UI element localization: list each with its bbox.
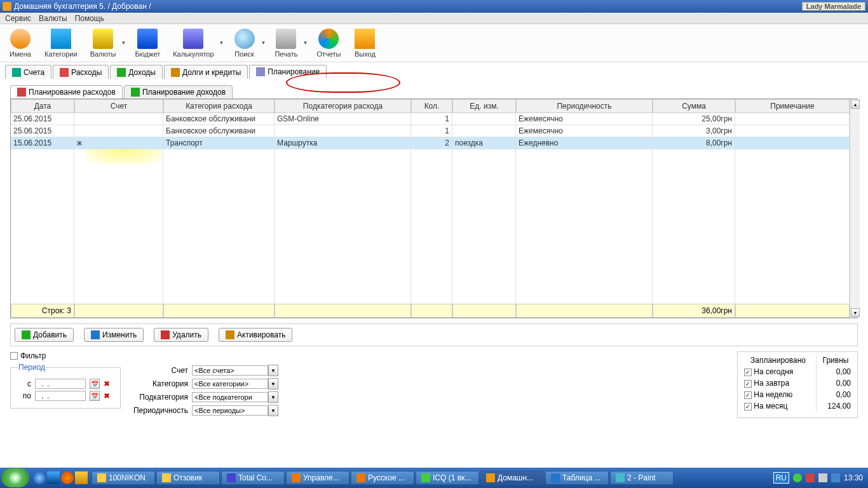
delete-button[interactable]: Удалить [154,328,208,342]
categories-button[interactable]: Категории [41,27,81,59]
filter-area: Фильтр Период с 📅 ✖ по 📅 ✖ Счет▼ [10,351,858,418]
chevron-down-icon[interactable]: ▼ [268,391,278,403]
table-row[interactable]: 25.06.2015Банковское обслуживани1Ежемеся… [11,125,850,137]
scroll-up-icon[interactable]: ▴ [851,100,860,109]
menu-Валюты[interactable]: Валюты [39,14,67,23]
col-header[interactable]: Кол. [411,99,452,113]
menu-Помощь[interactable]: Помощь [75,14,104,23]
tab-label: Доходы [128,68,156,77]
summary-row: ✓ На неделю0,00 [740,389,855,400]
cell: 3,00грн [653,125,735,137]
cell: Банковское обслуживани [163,113,275,125]
summary-checkbox[interactable]: ✓ [744,380,752,388]
calendar-icon[interactable]: 📅 [90,379,100,389]
col-header[interactable]: Периодичность [516,99,653,113]
print-icon [276,29,296,49]
summary-value: 0,00 [817,366,855,377]
exit-button[interactable]: Выход [349,27,380,59]
col-header[interactable]: Дата [11,99,74,113]
chevron-down-icon[interactable]: ▼ [268,378,278,390]
table-row[interactable]: 15.06.2015жТранспортМаршрутка2поездкаЕже… [11,137,850,149]
activate-icon [226,330,234,339]
chevron-down-icon[interactable]: ▼ [219,40,224,46]
search-button[interactable]: Поиск [229,27,260,59]
search-icon [234,29,255,49]
print-button[interactable]: Печать [271,27,301,59]
tab-label: Расходы [71,68,102,77]
col-header[interactable]: Ед. изм. [452,99,516,113]
cell: 15.06.2015 [11,137,74,149]
summary-label: На неделю [754,390,792,399]
cell: 1 [411,113,452,125]
button-label: Добавить [33,330,67,339]
subtab-plan-inc[interactable]: Планирование доходов [124,85,233,98]
summary-checkbox[interactable]: ✓ [744,403,752,410]
income-tab-icon [117,68,126,77]
chevron-down-icon[interactable]: ▼ [121,40,126,46]
col-header[interactable]: Категория расхода [163,99,275,113]
col-header[interactable]: Примечание [735,99,850,113]
summary-row: ✓ На завтра0,00 [740,377,855,389]
calculator-button[interactable]: Калькулятор [169,27,217,59]
reports-button[interactable]: Отчеты [313,27,344,59]
table-row[interactable]: 25.06.2015Банковское обслуживаниGSM-Onli… [11,113,850,125]
tab-expenses[interactable]: Расходы [53,65,109,79]
clear-icon[interactable]: ✖ [104,391,112,400]
tab-debts[interactable]: Долги и кредиты [164,65,248,79]
cell: Ежемесячно [516,125,653,137]
cat-filter-combo[interactable] [192,379,268,389]
chevron-down-icon[interactable]: ▼ [302,40,308,46]
acc-filter-combo[interactable] [192,365,268,376]
names-label: Имена [10,50,31,58]
cell [735,137,850,149]
summary-checkbox[interactable]: ✓ [744,391,752,399]
expenses-tab-icon [60,68,69,77]
col-header[interactable]: Счет [74,99,163,113]
currencies-button[interactable]: Валюты [86,27,120,59]
edit-button[interactable]: Изменить [84,328,144,342]
add-button[interactable]: Добавить [15,328,74,342]
subtab-label: Планирование расходов [29,88,116,97]
col-header[interactable]: Сумма [653,99,735,113]
app-icon [3,2,11,11]
cell [735,113,850,125]
activate-button[interactable]: Активировать [219,328,292,342]
names-button[interactable]: Имена [5,27,36,59]
col-header[interactable]: Подкатегория расхода [275,99,411,113]
tab-planning[interactable]: Планирование [249,65,327,79]
chevron-down-icon[interactable]: ▼ [261,40,266,46]
cell: ж [74,137,163,149]
plan-exp-icon [17,88,26,97]
sub-filter-combo[interactable] [192,392,268,402]
summary-label: На завтра [754,379,789,388]
summary-checkbox[interactable]: ✓ [744,369,752,376]
categories-label: Категории [44,50,78,58]
main-tabs: СчетаРасходыДоходыДолги и кредитыПланиро… [0,62,868,79]
cell: Ежедневно [516,137,653,149]
clear-icon[interactable]: ✖ [104,379,112,388]
categories-icon [51,29,71,49]
calendar-icon[interactable]: 📅 [90,391,100,401]
scroll-down-icon[interactable]: ▾ [851,308,860,317]
menu-Сервис[interactable]: Сервис [5,14,31,23]
vertical-scrollbar[interactable]: ▴ ▾ [850,99,860,318]
tab-income[interactable]: Доходы [110,65,163,79]
date-to-input[interactable] [35,391,86,401]
summary-row: ✓ На сегодня0,00 [740,366,855,377]
date-from-input[interactable] [35,379,86,389]
grid-body[interactable]: 25.06.2015Банковское обслуживаниGSM-Onli… [11,113,850,304]
budget-button[interactable]: Бюджет [131,27,164,59]
subtab-label: Планирование доходов [142,88,226,97]
tab-accounts[interactable]: Счета [5,65,51,79]
tab-label: Планирование [268,67,320,76]
chevron-down-icon[interactable]: ▼ [268,405,278,416]
titlebar: Домашняя бухгалтерия 5. / Доброван / Lad… [0,0,868,13]
filter-checkbox[interactable] [10,352,18,360]
subtab-plan-exp[interactable]: Планирование расходов [10,85,123,98]
total-sum: 36,00грн [653,304,735,318]
cell [275,125,411,137]
edit-icon [91,330,100,339]
per-filter-combo[interactable] [192,405,268,416]
chevron-down-icon[interactable]: ▼ [268,365,278,376]
summary-label: На сегодня [754,367,793,376]
